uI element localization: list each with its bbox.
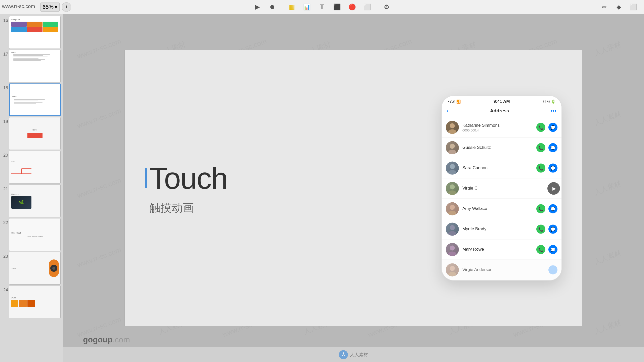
toolbar-center: ▶ ⏺ ▦ 📊 T ⬛ 🔴 ⬜ ⚙ — [252, 2, 392, 13]
message-button[interactable]: 💬 — [548, 164, 557, 173]
annotate-button[interactable]: ✏ — [599, 2, 610, 13]
chart-button[interactable]: 📊 — [301, 2, 312, 13]
contact-info: Virgie Anderson — [462, 267, 533, 273]
slide-item[interactable]: 20 Auto — [0, 151, 63, 184]
gogoup-watermark: gogoup.com — [83, 335, 130, 344]
carrier-label: GS — [450, 99, 456, 104]
battery-label: 58 % — [543, 100, 550, 103]
contact-avatar — [446, 223, 459, 236]
svg-point-6 — [450, 185, 455, 190]
avatar-virgie2-svg — [446, 263, 459, 277]
contact-actions: 📞 💬 — [536, 123, 557, 132]
slide-item[interactable]: 18 Touch — [0, 83, 63, 116]
contact-name: Myrtle Brady — [462, 227, 533, 232]
slide-number: 18 — [0, 83, 9, 116]
message-button-partial — [548, 265, 557, 275]
slide-item[interactable]: 24 Drives — [0, 286, 63, 318]
website-label: www.rr-sc.com — [2, 4, 35, 9]
phone-nav-bar: ‹ Address ••• — [442, 106, 561, 117]
contact-item[interactable]: Sara Cannon 📞 💬 — [442, 158, 561, 178]
record-button[interactable]: ⏺ — [267, 2, 278, 13]
text-button[interactable]: T — [316, 2, 328, 13]
phone-mockup: ••• GS 📶 9:41 AM 58 % 🔋 ‹ Address ••• — [441, 96, 562, 281]
contact-item[interactable]: Mary Rowe 📞 💬 — [442, 240, 561, 260]
call-button[interactable]: 📞 — [536, 204, 545, 213]
media-button[interactable]: 🔴 — [347, 2, 358, 13]
contact-item[interactable]: Amy Wallace 📞 💬 — [442, 199, 561, 219]
slide-thumbnail: Drives — [9, 286, 61, 318]
call-button[interactable]: 📞 — [536, 225, 545, 234]
slide-number: 20 — [0, 151, 9, 184]
annotate-icon: ✏ — [602, 4, 607, 11]
contact-avatar — [446, 263, 459, 277]
zoom-arrow: ▾ — [55, 4, 57, 10]
logo-icon: 人 — [339, 350, 348, 359]
add-slide-button[interactable]: + — [62, 2, 71, 12]
text-icon: T — [320, 3, 324, 11]
toolbar-right: ✏ ◆ ⬜ — [599, 2, 639, 13]
svg-point-13 — [448, 252, 456, 256]
more-button[interactable]: ••• — [551, 108, 556, 114]
avatar-mary-svg — [446, 243, 459, 256]
message-button[interactable]: 💬 — [548, 245, 557, 254]
play-button[interactable]: ▶ — [252, 2, 263, 13]
shape-button[interactable]: ⬛ — [332, 2, 343, 13]
contact-avatar — [446, 202, 459, 215]
contact-name: Mary Rowe — [462, 247, 533, 252]
touch-subtitle: 触摸动画 — [149, 201, 227, 215]
contact-avatar — [446, 141, 459, 154]
contact-item[interactable]: Gussie Schultz 📞 💬 — [442, 138, 561, 158]
play-overlay-button[interactable]: ▶ — [547, 182, 560, 195]
back-button[interactable]: ‹ — [447, 108, 449, 114]
slide-item[interactable]: 23 Drives — [0, 252, 63, 285]
slide-item[interactable]: 16 Longmap — [0, 16, 63, 49]
call-button[interactable]: 📞 — [536, 245, 545, 254]
slide-thumbnail: Never — [9, 117, 61, 150]
bottom-logo: 人 人人素材 — [339, 350, 368, 359]
slide-thumbnail: Touch — [9, 50, 61, 82]
slide-item[interactable]: 17 Touch — [0, 50, 63, 82]
settings-button[interactable]: ⚙ — [381, 2, 392, 13]
contact-item[interactable]: Katharine Simmons 0000.000.4 📞 💬 — [442, 117, 561, 138]
call-button[interactable]: 📞 — [536, 143, 545, 152]
comment-button[interactable]: ⬜ — [362, 2, 373, 13]
pointer-button[interactable]: ◆ — [613, 2, 624, 13]
table-icon: ▦ — [289, 3, 295, 11]
slide-thumbnail: 交互 - Chart Data visualization — [9, 218, 61, 251]
contact-info: Amy Wallace — [462, 206, 533, 212]
phone-status-bar: ••• GS 📶 9:41 AM 58 % 🔋 — [442, 96, 561, 106]
screen-title: Address — [449, 108, 551, 114]
call-button[interactable]: 📞 — [536, 123, 545, 132]
window-button[interactable]: ⬜ — [628, 2, 639, 13]
contact-actions: 📞 💬 — [536, 143, 557, 152]
table-button[interactable]: ▦ — [286, 2, 297, 13]
slide-item[interactable]: 22 交互 - Chart Data visualization — [0, 218, 63, 251]
svg-point-14 — [450, 266, 455, 271]
slide-thumbnail: Component 🌿 — [9, 185, 61, 217]
message-button[interactable]: 💬 — [548, 225, 557, 234]
slide-item[interactable]: 21 Component 🌿 — [0, 185, 63, 217]
slide-item[interactable]: 19 Never — [0, 117, 63, 150]
avatar-amy-svg — [446, 202, 459, 215]
message-button[interactable]: 💬 — [548, 143, 557, 152]
contact-item[interactable]: Virgie Anderson — [442, 260, 561, 280]
svg-point-5 — [448, 170, 456, 175]
phone-icon: 📞 — [538, 125, 543, 130]
avatar-myrtle-svg — [446, 223, 459, 236]
call-button-placeholder — [536, 265, 545, 275]
call-button[interactable]: 📞 — [536, 164, 545, 173]
message-button[interactable]: 💬 — [548, 123, 557, 132]
pointer-icon: ◆ — [617, 4, 621, 11]
contact-item[interactable]: Virgie C ▶ — [442, 178, 561, 199]
toolbar-left: 65% ▾ + — [40, 2, 71, 12]
svg-point-15 — [448, 272, 456, 277]
contact-item[interactable]: Myrtle Brady 📞 💬 — [442, 219, 561, 240]
slide-panel: 16 Longmap 17 — [0, 14, 63, 362]
message-button[interactable]: 💬 — [548, 204, 557, 213]
contact-info: Virgie C — [462, 186, 554, 191]
zoom-value: 65% — [43, 4, 54, 10]
zoom-control[interactable]: 65% ▾ — [40, 3, 60, 12]
slide-number: 22 — [0, 218, 9, 251]
status-time: 9:41 AM — [494, 99, 510, 104]
bottom-bar: 人 人人素材 — [63, 347, 644, 362]
